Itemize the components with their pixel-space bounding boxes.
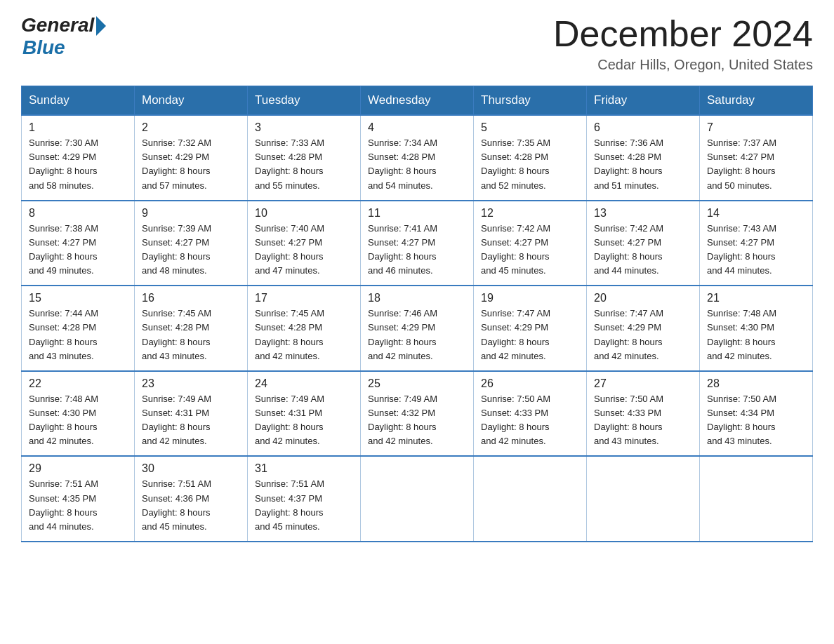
day-number: 26 [481,377,579,390]
table-row: 1 Sunrise: 7:30 AM Sunset: 4:29 PM Dayli… [22,115,135,201]
day-number: 10 [255,207,353,220]
day-number: 23 [142,377,240,390]
table-row: 4 Sunrise: 7:34 AM Sunset: 4:28 PM Dayli… [361,115,474,201]
day-info: Sunrise: 7:35 AM Sunset: 4:28 PM Dayligh… [481,136,579,193]
col-sunday: Sunday [22,86,135,116]
day-info: Sunrise: 7:34 AM Sunset: 4:28 PM Dayligh… [368,136,466,193]
day-info: Sunrise: 7:39 AM Sunset: 4:27 PM Dayligh… [142,222,240,279]
day-number: 4 [368,121,466,134]
day-info: Sunrise: 7:42 AM Sunset: 4:27 PM Dayligh… [481,222,579,279]
calendar-week-row: 29 Sunrise: 7:51 AM Sunset: 4:35 PM Dayl… [22,456,813,542]
title-section: December 2024 Cedar Hills, Oregon, Unite… [553,14,813,73]
calendar-week-row: 8 Sunrise: 7:38 AM Sunset: 4:27 PM Dayli… [22,201,813,286]
day-info: Sunrise: 7:40 AM Sunset: 4:27 PM Dayligh… [255,222,353,279]
table-row: 17 Sunrise: 7:45 AM Sunset: 4:28 PM Dayl… [248,286,361,371]
day-info: Sunrise: 7:45 AM Sunset: 4:28 PM Dayligh… [255,307,353,363]
table-row: 9 Sunrise: 7:39 AM Sunset: 4:27 PM Dayli… [135,201,248,286]
table-row: 19 Sunrise: 7:47 AM Sunset: 4:29 PM Dayl… [474,286,587,371]
day-number: 1 [29,121,127,134]
day-info: Sunrise: 7:47 AM Sunset: 4:29 PM Dayligh… [594,307,692,363]
table-row: 6 Sunrise: 7:36 AM Sunset: 4:28 PM Dayli… [587,115,700,201]
day-number: 24 [255,377,353,390]
day-info: Sunrise: 7:49 AM Sunset: 4:31 PM Dayligh… [255,392,353,449]
table-row: 27 Sunrise: 7:50 AM Sunset: 4:33 PM Dayl… [587,371,700,457]
table-row: 29 Sunrise: 7:51 AM Sunset: 4:35 PM Dayl… [22,456,135,542]
logo-blue-text: Blue [22,36,65,59]
table-row: 16 Sunrise: 7:45 AM Sunset: 4:28 PM Dayl… [135,286,248,371]
day-number: 3 [255,121,353,134]
table-row: 8 Sunrise: 7:38 AM Sunset: 4:27 PM Dayli… [22,201,135,286]
day-number: 13 [594,207,692,220]
col-monday: Monday [135,86,248,116]
table-row: 23 Sunrise: 7:49 AM Sunset: 4:31 PM Dayl… [135,371,248,457]
day-number: 6 [594,121,692,134]
day-info: Sunrise: 7:50 AM Sunset: 4:33 PM Dayligh… [594,392,692,449]
day-info: Sunrise: 7:49 AM Sunset: 4:31 PM Dayligh… [142,392,240,449]
table-row: 20 Sunrise: 7:47 AM Sunset: 4:29 PM Dayl… [587,286,700,371]
day-info: Sunrise: 7:45 AM Sunset: 4:28 PM Dayligh… [142,307,240,363]
day-info: Sunrise: 7:32 AM Sunset: 4:29 PM Dayligh… [142,136,240,193]
page-header: General Blue December 2024 Cedar Hills, … [21,14,813,73]
table-row [587,456,700,542]
calendar-week-row: 1 Sunrise: 7:30 AM Sunset: 4:29 PM Dayli… [22,115,813,201]
col-friday: Friday [587,86,700,116]
day-info: Sunrise: 7:51 AM Sunset: 4:37 PM Dayligh… [255,477,353,534]
table-row: 26 Sunrise: 7:50 AM Sunset: 4:33 PM Dayl… [474,371,587,457]
day-number: 14 [707,207,805,220]
day-number: 19 [481,292,579,304]
table-row [700,456,813,542]
day-info: Sunrise: 7:33 AM Sunset: 4:28 PM Dayligh… [255,136,353,193]
day-info: Sunrise: 7:41 AM Sunset: 4:27 PM Dayligh… [368,222,466,279]
day-number: 20 [594,292,692,304]
logo-general-text: General [21,14,94,36]
day-info: Sunrise: 7:48 AM Sunset: 4:30 PM Dayligh… [707,307,805,363]
table-row: 7 Sunrise: 7:37 AM Sunset: 4:27 PM Dayli… [700,115,813,201]
col-thursday: Thursday [474,86,587,116]
calendar-week-row: 22 Sunrise: 7:48 AM Sunset: 4:30 PM Dayl… [22,371,813,457]
table-row: 3 Sunrise: 7:33 AM Sunset: 4:28 PM Dayli… [248,115,361,201]
day-number: 15 [29,292,127,304]
table-row: 10 Sunrise: 7:40 AM Sunset: 4:27 PM Dayl… [248,201,361,286]
day-number: 22 [29,377,127,390]
table-row: 22 Sunrise: 7:48 AM Sunset: 4:30 PM Dayl… [22,371,135,457]
day-info: Sunrise: 7:44 AM Sunset: 4:28 PM Dayligh… [29,307,127,363]
col-saturday: Saturday [700,86,813,116]
table-row: 21 Sunrise: 7:48 AM Sunset: 4:30 PM Dayl… [700,286,813,371]
location-text: Cedar Hills, Oregon, United States [553,57,813,73]
table-row: 11 Sunrise: 7:41 AM Sunset: 4:27 PM Dayl… [361,201,474,286]
day-number: 2 [142,121,240,134]
day-number: 11 [368,207,466,220]
day-number: 5 [481,121,579,134]
day-number: 16 [142,292,240,304]
day-number: 27 [594,377,692,390]
table-row: 15 Sunrise: 7:44 AM Sunset: 4:28 PM Dayl… [22,286,135,371]
table-row: 31 Sunrise: 7:51 AM Sunset: 4:37 PM Dayl… [248,456,361,542]
table-row: 18 Sunrise: 7:46 AM Sunset: 4:29 PM Dayl… [361,286,474,371]
table-row [474,456,587,542]
day-info: Sunrise: 7:46 AM Sunset: 4:29 PM Dayligh… [368,307,466,363]
day-info: Sunrise: 7:49 AM Sunset: 4:32 PM Dayligh… [368,392,466,449]
day-info: Sunrise: 7:43 AM Sunset: 4:27 PM Dayligh… [707,222,805,279]
day-number: 21 [707,292,805,304]
day-number: 7 [707,121,805,134]
logo: General Blue [21,14,106,59]
table-row: 25 Sunrise: 7:49 AM Sunset: 4:32 PM Dayl… [361,371,474,457]
col-tuesday: Tuesday [248,86,361,116]
table-row: 2 Sunrise: 7:32 AM Sunset: 4:29 PM Dayli… [135,115,248,201]
table-row: 5 Sunrise: 7:35 AM Sunset: 4:28 PM Dayli… [474,115,587,201]
table-row: 24 Sunrise: 7:49 AM Sunset: 4:31 PM Dayl… [248,371,361,457]
day-number: 31 [255,462,353,475]
day-info: Sunrise: 7:36 AM Sunset: 4:28 PM Dayligh… [594,136,692,193]
day-info: Sunrise: 7:51 AM Sunset: 4:35 PM Dayligh… [29,477,127,534]
day-info: Sunrise: 7:51 AM Sunset: 4:36 PM Dayligh… [142,477,240,534]
day-info: Sunrise: 7:50 AM Sunset: 4:34 PM Dayligh… [707,392,805,449]
col-wednesday: Wednesday [361,86,474,116]
day-number: 17 [255,292,353,304]
day-number: 29 [29,462,127,475]
day-number: 30 [142,462,240,475]
day-info: Sunrise: 7:37 AM Sunset: 4:27 PM Dayligh… [707,136,805,193]
table-row: 14 Sunrise: 7:43 AM Sunset: 4:27 PM Dayl… [700,201,813,286]
table-row: 30 Sunrise: 7:51 AM Sunset: 4:36 PM Dayl… [135,456,248,542]
day-info: Sunrise: 7:30 AM Sunset: 4:29 PM Dayligh… [29,136,127,193]
table-row: 28 Sunrise: 7:50 AM Sunset: 4:34 PM Dayl… [700,371,813,457]
